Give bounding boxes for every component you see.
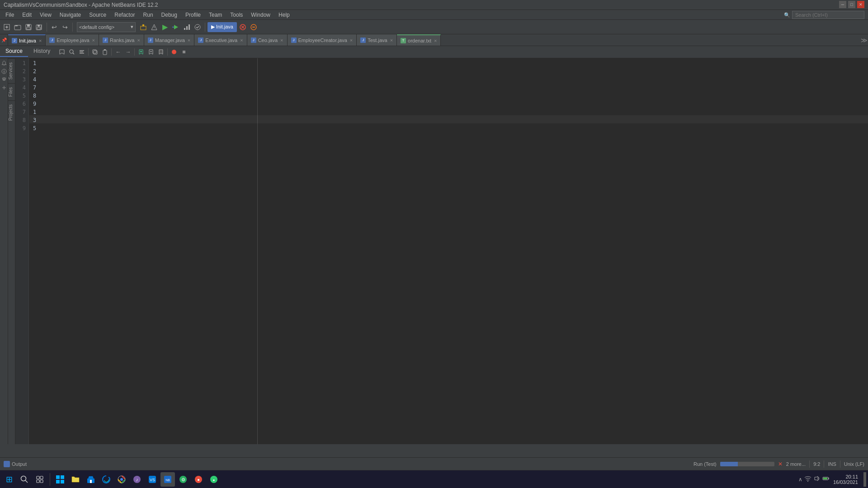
- output-panel-button[interactable]: Output: [4, 461, 27, 467]
- menu-window[interactable]: Window: [247, 11, 274, 19]
- taskbar-app-11[interactable]: ⬥: [207, 472, 221, 487]
- history-tab[interactable]: History: [28, 46, 56, 57]
- tab-close-8-icon[interactable]: ×: [390, 38, 393, 43]
- next-bookmark-button[interactable]: [156, 47, 165, 56]
- settings-icon[interactable]: [1, 76, 7, 83]
- tab-close-4-icon[interactable]: ×: [188, 38, 190, 43]
- tray-network-icon[interactable]: [804, 475, 811, 483]
- profile-button[interactable]: [182, 22, 192, 32]
- taskbar-explorer-icon[interactable]: [68, 472, 83, 487]
- tab-employeecreator-java[interactable]: J EmployeeCreator.java ×: [288, 34, 357, 46]
- cancel-progress-icon[interactable]: ✕: [778, 461, 783, 467]
- run-button[interactable]: ▶: [160, 22, 170, 32]
- clean-build-button[interactable]: [149, 22, 159, 32]
- menu-help[interactable]: Help: [275, 11, 293, 19]
- taskbar-app-6[interactable]: ♪: [130, 472, 144, 487]
- taskbar-app-9[interactable]: ⚙: [176, 472, 190, 487]
- tab-test-java[interactable]: J Test.java ×: [357, 34, 397, 46]
- menu-profile[interactable]: Profile: [182, 11, 204, 19]
- breakpoint-button[interactable]: [170, 47, 179, 56]
- tab-close-2-icon[interactable]: ×: [92, 38, 95, 43]
- menu-edit[interactable]: Edit: [19, 11, 35, 19]
- taskbar-store-icon[interactable]: [84, 472, 98, 487]
- taskbar-chrome-icon[interactable]: [114, 472, 129, 487]
- expand-icon[interactable]: [1, 84, 7, 91]
- taskbar-netbeans-icon[interactable]: NB: [160, 472, 175, 487]
- svg-text:NB: NB: [165, 479, 170, 482]
- toggle-bookmarks-button[interactable]: [57, 47, 66, 56]
- svg-line-46: [25, 480, 28, 483]
- menu-view[interactable]: View: [36, 11, 55, 19]
- menu-debug[interactable]: Debug: [158, 11, 181, 19]
- menu-refactor[interactable]: Refactor: [111, 11, 138, 19]
- find-usages-button[interactable]: [67, 47, 76, 56]
- tab-close-7-icon[interactable]: ×: [350, 38, 353, 43]
- notifications-icon[interactable]: [1, 60, 7, 66]
- save-all-button[interactable]: [34, 22, 44, 32]
- open-project-button[interactable]: [13, 22, 23, 32]
- stop-breakpoint-button[interactable]: [179, 47, 189, 56]
- save-button[interactable]: [24, 22, 33, 32]
- undo-button[interactable]: ↩: [49, 22, 59, 32]
- menu-navigate[interactable]: Navigate: [56, 11, 85, 19]
- tab-ordenar-txt[interactable]: T ordenar.txt ×: [397, 34, 441, 46]
- tab-employee-java[interactable]: J Employee.java ×: [46, 34, 99, 46]
- build-button[interactable]: [138, 22, 148, 32]
- tray-volume-icon[interactable]: [813, 475, 821, 483]
- tab-manager-java[interactable]: J Manager.java ×: [144, 34, 194, 46]
- menu-file[interactable]: File: [2, 11, 18, 19]
- tray-battery-icon[interactable]: [822, 475, 830, 483]
- editor-area[interactable]: 1 2 3 4 5 6 7 8 9 1 2 4 7 8 9 1 3 5: [15, 58, 868, 444]
- taskbar-app-10[interactable]: ●: [191, 472, 206, 487]
- tab-close-6-icon[interactable]: ×: [280, 38, 283, 43]
- menu-source[interactable]: Source: [85, 11, 110, 19]
- taskbar-search-button[interactable]: [17, 472, 32, 487]
- cancel-action-button[interactable]: [249, 22, 259, 32]
- menu-run[interactable]: Run: [140, 11, 157, 19]
- redo-button[interactable]: ↪: [60, 22, 70, 32]
- show-desktop-button[interactable]: [863, 472, 866, 487]
- format-button[interactable]: [77, 47, 86, 56]
- sub-tabs: Source History: [0, 46, 56, 57]
- paste-button[interactable]: [100, 47, 109, 56]
- minimize-button[interactable]: ─: [839, 1, 846, 8]
- debug-button[interactable]: [171, 22, 181, 32]
- maximize-button[interactable]: □: [848, 1, 855, 8]
- menu-tools[interactable]: Tools: [226, 11, 246, 19]
- new-project-button[interactable]: [2, 22, 12, 32]
- tray-up-arrow[interactable]: ∧: [798, 476, 802, 483]
- source-tab[interactable]: Source: [0, 46, 28, 57]
- prev-nav-button[interactable]: ←: [113, 47, 123, 56]
- tab-ranks-java[interactable]: J Ranks.java ×: [99, 34, 144, 46]
- start-button[interactable]: ⊞: [2, 472, 16, 487]
- search-input[interactable]: [792, 11, 864, 19]
- test-button[interactable]: [193, 22, 203, 32]
- copy-button[interactable]: [90, 47, 99, 56]
- taskbar-app-7[interactable]: VS: [145, 472, 160, 487]
- close-button[interactable]: ✕: [857, 1, 864, 8]
- tab-close-icon[interactable]: ×: [39, 38, 42, 43]
- config-dropdown[interactable]: <default config> ▾: [77, 22, 136, 32]
- next-nav-button[interactable]: →: [123, 47, 132, 56]
- tab-ceo-java[interactable]: J Ceo.java ×: [247, 34, 288, 46]
- projects-panel-tab[interactable]: Projects: [8, 100, 15, 124]
- cursor-position: 9:2: [813, 461, 820, 467]
- stop-button[interactable]: [238, 22, 248, 32]
- menu-team[interactable]: Team: [205, 11, 226, 19]
- add-bookmark-button[interactable]: [137, 47, 146, 56]
- taskbar-windows-icon[interactable]: [53, 472, 67, 487]
- tab-executive-java[interactable]: J Executive.java ×: [194, 34, 247, 46]
- services-panel-tab[interactable]: Services: [8, 58, 15, 83]
- tab-close-3-icon[interactable]: ×: [137, 38, 140, 43]
- tab-overflow[interactable]: ≫: [860, 34, 868, 46]
- prev-bookmark-button[interactable]: [146, 47, 156, 56]
- tab-close-9-icon[interactable]: ×: [434, 38, 437, 43]
- taskbar-clock[interactable]: 20:11 16/03/2021: [833, 474, 858, 485]
- run-selected-button[interactable]: ▶ Init.java: [208, 22, 237, 32]
- files-panel-tab[interactable]: Files: [8, 83, 15, 100]
- taskbar-edge-icon[interactable]: [99, 472, 113, 487]
- tab-init-java[interactable]: J Init.java ×: [8, 34, 46, 46]
- tab-close-5-icon[interactable]: ×: [240, 38, 243, 43]
- info-icon[interactable]: [1, 68, 7, 75]
- task-view-button[interactable]: [33, 472, 47, 487]
